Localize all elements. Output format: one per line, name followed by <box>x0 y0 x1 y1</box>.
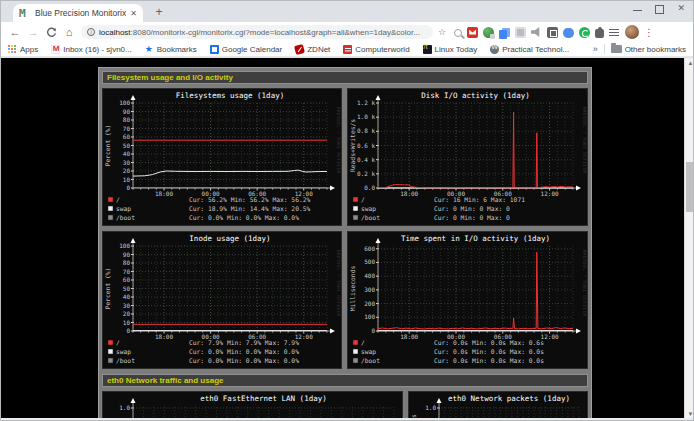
svg-text:Percent (%): Percent (%) <box>104 125 111 167</box>
chart-panel-inode-usage[interactable]: Inode usage (1day)Percent (%)01020304050… <box>102 231 342 369</box>
new-tab-button[interactable]: + <box>151 5 167 21</box>
back-button[interactable]: ← <box>7 24 23 40</box>
svg-text:eth0 Network packets (1day): eth0 Network packets (1day) <box>448 394 570 403</box>
bookmarks-overflow-chevron[interactable]: » <box>593 44 598 54</box>
svg-text:1.2 k: 1.2 k <box>357 99 375 106</box>
svg-text:Filesystems usage (1day): Filesystems usage (1day) <box>176 91 284 100</box>
svg-text:Milliseconds: Milliseconds <box>349 266 356 312</box>
bookmark-computerworld[interactable]: Computerworld <box>343 45 409 54</box>
svg-text:/: / <box>361 339 365 346</box>
bookmark-label: ZDNet <box>307 45 330 54</box>
svg-text:RRDTOOL / TOBI OETIKER: RRDTOOL / TOBI OETIKER <box>582 107 587 173</box>
star-icon: ★ <box>145 45 154 54</box>
chart-panel-disk-io[interactable]: Disk I/O activity (1day)Reads+Writes/s0.… <box>347 88 588 226</box>
apps-grid-icon <box>8 45 17 54</box>
linux-today-icon <box>423 45 432 54</box>
maximize-button[interactable] <box>655 4 664 13</box>
globe-ext-icon[interactable] <box>483 27 494 38</box>
extensions-puzzle-icon[interactable] <box>595 29 604 38</box>
minimize-button[interactable] <box>633 4 642 13</box>
svg-text:Cur: 0.0% Min: 0.0% Max:: Cur: 0.0% Min: 0.0% Max: 0.0% <box>189 214 299 221</box>
bookmark-label: Inbox (16) - sjvn0... <box>63 45 131 54</box>
svg-text:70: 70 <box>123 125 131 132</box>
address-bar[interactable]: i localhost:8080/monitorix-cgi/monitorix… <box>81 25 433 39</box>
bookmark-linux-today[interactable]: Linux Today <box>423 45 478 54</box>
svg-text:0.4 k: 0.4 k <box>357 156 375 163</box>
svg-text:100: 100 <box>119 242 130 249</box>
svg-text:/: / <box>361 196 365 203</box>
svg-text:Cur: 0.0% Min: 0.0% Max:: Cur: 0.0% Min: 0.0% Max: 0.0% <box>189 357 299 364</box>
zdnet-icon <box>294 43 305 54</box>
mail-ext-icon[interactable] <box>467 27 478 38</box>
monitorix-page: Filesystem usage and I/O activity Filesy… <box>98 67 592 421</box>
svg-text:Cur: 0.0s Min: 0.0s Max:: Cur: 0.0s Min: 0.0s Max: 0.6s <box>434 339 544 346</box>
svg-text:20: 20 <box>123 167 131 174</box>
series-/ <box>378 112 573 188</box>
gray-ext-icon[interactable] <box>515 27 526 38</box>
chart-panel-eth0-lan[interactable]: eth0 FastEthernet LAN (1day)1.00.9 <box>102 391 403 421</box>
svg-text:M: M <box>19 8 26 19</box>
scroll-up-icon[interactable]: ▲ <box>685 58 694 69</box>
tab-title: Blue Precision Monitorix <box>35 8 126 18</box>
other-bookmarks-button[interactable]: Other bookmarks <box>611 45 686 54</box>
svg-text:Cur: 0.0s Min: 0.0s Max:: Cur: 0.0s Min: 0.0s Max: 0.0s <box>434 348 544 355</box>
svg-text:90: 90 <box>123 108 131 115</box>
bookmark-inbox[interactable]: Inbox (16) - sjvn0... <box>51 45 131 54</box>
dark-square-ext-icon[interactable] <box>547 27 558 38</box>
svg-text:Disk I/O activity (1day): Disk I/O activity (1day) <box>421 91 529 100</box>
reload-button[interactable] <box>43 24 59 40</box>
copy-ext-icon[interactable] <box>502 28 510 37</box>
home-button[interactable]: ⌂ <box>61 24 77 40</box>
browser-tab[interactable]: M Blue Precision Monitorix ✕ <box>13 4 143 22</box>
svg-text:0: 0 <box>371 327 375 334</box>
tab-close-icon[interactable]: ✕ <box>130 9 137 18</box>
svg-text:10: 10 <box>123 319 131 326</box>
profile-avatar[interactable] <box>625 25 639 39</box>
folder-icon <box>611 45 622 53</box>
svg-text:80: 80 <box>123 259 131 266</box>
reading-list-icon[interactable] <box>609 28 620 39</box>
other-bookmarks-label: Other bookmarks <box>625 45 686 54</box>
svg-text:Percent (%): Percent (%) <box>104 268 111 310</box>
chart-panel-eth0-packets[interactable]: eth0 Network packets (1day)1.0/s <box>408 391 588 421</box>
svg-text:70: 70 <box>123 268 131 275</box>
scrollbar[interactable]: ▲ ▼ <box>684 58 694 421</box>
bookmark-label: Google Calendar <box>222 45 282 54</box>
svg-text:Cur: 0.0% Min: 0.0% Max:: Cur: 0.0% Min: 0.0% Max: 0.0% <box>189 348 299 355</box>
bookmarks-bar: Apps Inbox (16) - sjvn0... ★ Bookmarks G… <box>1 42 693 57</box>
bookmark-zdnet[interactable]: ZDNet <box>295 45 330 54</box>
extensions-bar: ⋮ <box>454 25 654 39</box>
svg-text:swap: swap <box>361 205 376 213</box>
page-info-icon[interactable]: i <box>87 28 95 36</box>
green-circle-ext-icon[interactable] <box>579 27 590 38</box>
svg-text:0.2 k: 0.2 k <box>357 170 375 177</box>
forward-button[interactable]: → <box>25 24 41 40</box>
scrollbar-thumb[interactable] <box>686 162 694 212</box>
menu-kebab-icon[interactable]: ⋮ <box>644 27 654 38</box>
bookmark-star-icon[interactable]: ☆ <box>438 27 446 37</box>
chart-svg: Inode usage (1day)Percent (%)01020304050… <box>103 232 341 368</box>
chart-svg: Time spent in I/O activity (1day)Millise… <box>348 232 587 368</box>
chart-svg: eth0 FastEthernet LAN (1day)1.00.9 <box>103 392 402 421</box>
browser-toolbar: ← → ⌂ i localhost:8080/monitorix-cgi/mon… <box>1 22 693 42</box>
svg-text:/: / <box>116 196 120 203</box>
bookmark-label: Linux Today <box>435 45 478 54</box>
svg-text:60: 60 <box>123 276 131 283</box>
svg-text:50: 50 <box>123 142 131 149</box>
bookmark-bookmarks[interactable]: ★ Bookmarks <box>145 45 197 54</box>
search-ext-icon[interactable] <box>454 29 462 37</box>
svg-text:90: 90 <box>123 251 131 258</box>
svg-text:RRDTOOL / TOBI OETIKER: RRDTOOL / TOBI OETIKER <box>336 250 341 316</box>
bookmark-google-calendar[interactable]: Google Calendar <box>210 45 282 54</box>
blue-oval-ext-icon[interactable] <box>563 28 574 38</box>
bookmark-apps[interactable]: Apps <box>8 45 38 54</box>
chart-panel-filesystems-usage[interactable]: Filesystems usage (1day)Percent (%)01020… <box>102 88 342 226</box>
close-window-button[interactable]: ✕ <box>677 4 685 13</box>
svg-text:100: 100 <box>364 313 375 320</box>
svg-text:10: 10 <box>123 176 131 183</box>
bookmark-practical-technology[interactable]: Practical Technol... <box>490 45 569 54</box>
chart-panel-time-io[interactable]: Time spent in I/O activity (1day)Millise… <box>347 231 588 369</box>
svg-text:1.0: 1.0 <box>119 404 130 411</box>
speaker-ext-icon[interactable] <box>531 27 542 38</box>
svg-text:18:00: 18:00 <box>155 190 173 197</box>
